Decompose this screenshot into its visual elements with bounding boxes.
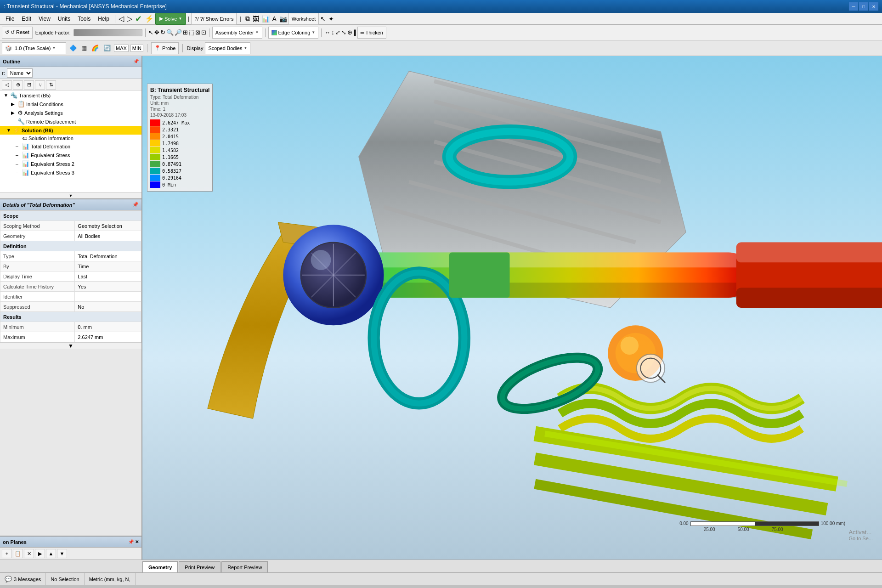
sol-info-expand[interactable]: – bbox=[16, 136, 22, 141]
parallel-icon[interactable]: ‖ bbox=[353, 29, 356, 36]
solution-expand[interactable]: ▼ bbox=[6, 128, 13, 133]
text-icon[interactable]: A bbox=[272, 15, 277, 23]
menu-edit[interactable]: Edit bbox=[18, 15, 35, 23]
measure-icon2[interactable]: ↕ bbox=[331, 29, 334, 36]
minimize-button[interactable]: ─ bbox=[849, 2, 858, 11]
type-val[interactable]: Total Deformation bbox=[75, 251, 141, 261]
measure-icon1[interactable]: ↔ bbox=[324, 29, 330, 36]
menu-file[interactable]: File bbox=[2, 15, 18, 23]
tree-item-analysis[interactable]: ▶ ⚙ Analysis Settings bbox=[0, 108, 141, 117]
scoped-bodies-dropdown[interactable]: Scoped Bodies ▼ bbox=[205, 42, 250, 54]
camera-icon[interactable]: 📷 bbox=[279, 15, 287, 23]
chart-icon[interactable]: 📊 bbox=[262, 15, 270, 23]
tree-collapse-btn[interactable]: ⊟ bbox=[24, 80, 34, 90]
root-expand[interactable]: ▼ bbox=[4, 93, 10, 98]
reset-label: ↺ Reset bbox=[11, 29, 29, 35]
edge-coloring-dropdown[interactable]: Edge Coloring ▼ bbox=[268, 27, 319, 39]
analysis-expand[interactable]: ▶ bbox=[11, 110, 17, 115]
prop-scroll-down[interactable]: ▼ bbox=[0, 342, 141, 349]
suppressed-val[interactable]: No bbox=[75, 302, 141, 312]
measure-icon4[interactable]: ⤡ bbox=[341, 29, 346, 36]
display-mode-icon4[interactable]: 🔄 bbox=[103, 45, 111, 51]
section-down-btn[interactable]: ▼ bbox=[57, 549, 67, 558]
display-time-val[interactable]: Last bbox=[75, 271, 141, 282]
filter-select[interactable]: Name bbox=[7, 68, 33, 78]
pan-icon[interactable]: ✥ bbox=[154, 29, 159, 36]
section-up-btn[interactable]: ▲ bbox=[46, 549, 56, 558]
tree-item-solution[interactable]: ▼ ⚡ Solution (B6) bbox=[0, 126, 141, 135]
tree-item-remote[interactable]: – 🔧 Remote Displacement bbox=[0, 117, 141, 126]
tree-item-eq-stress3[interactable]: – 📊 Equivalent Stress 3 bbox=[0, 168, 141, 177]
menu-units[interactable]: Units bbox=[54, 15, 74, 23]
legend-color-6 bbox=[150, 161, 160, 167]
eq-stress3-expand[interactable]: – bbox=[16, 170, 22, 175]
tree-item-initial[interactable]: ▶ 📋 Initial Conditions bbox=[0, 100, 141, 108]
view-icon1[interactable]: ⊠ bbox=[195, 29, 200, 36]
nav-back-icon[interactable]: ◁ bbox=[119, 14, 124, 23]
menu-view[interactable]: View bbox=[35, 15, 54, 23]
show-errors-button[interactable]: ?/ ?/ Show Errors bbox=[191, 13, 237, 25]
tab-report-preview[interactable]: Report Preview bbox=[221, 561, 268, 572]
by-val[interactable]: Time bbox=[75, 261, 141, 271]
viewport[interactable]: B: Transient Structural Type: Total Defo… bbox=[142, 56, 882, 560]
identifier-val[interactable] bbox=[75, 292, 141, 302]
zoom-out-icon[interactable]: 🔎 bbox=[175, 29, 182, 36]
initial-expand[interactable]: ▶ bbox=[11, 102, 17, 107]
probe-label: Probe bbox=[162, 45, 175, 51]
calc-time-val[interactable]: Yes bbox=[75, 282, 141, 292]
tree-scroll-down[interactable]: ▼ bbox=[0, 192, 141, 198]
zoom-in-icon[interactable]: 🔍 bbox=[166, 29, 174, 36]
remote-expand[interactable]: – bbox=[11, 119, 17, 124]
rotate-icon[interactable]: ↻ bbox=[160, 29, 165, 36]
tree-item-total-def[interactable]: – 📊 Total Deformation bbox=[0, 142, 141, 151]
tree-root[interactable]: ▼ 🔩 Transient (B5) bbox=[0, 91, 141, 100]
display-mode-icon3[interactable]: 🌈 bbox=[91, 45, 99, 51]
eq-stress2-expand[interactable]: – bbox=[16, 161, 22, 166]
explode-slider[interactable] bbox=[74, 29, 142, 36]
tree-item-sol-info[interactable]: – 🏷 Solution Information bbox=[0, 135, 141, 142]
worksheet-button[interactable]: Worksheet bbox=[288, 13, 319, 25]
fit-icon[interactable]: ⊞ bbox=[183, 29, 188, 36]
eq-stress1-expand[interactable]: – bbox=[16, 153, 22, 158]
section-paste-btn[interactable]: 📋 bbox=[13, 549, 23, 558]
probe-button[interactable]: 📍 Probe bbox=[151, 42, 179, 54]
scoping-method-val[interactable]: Geometry Selection bbox=[75, 221, 141, 231]
section-pin-icon[interactable]: 📌 bbox=[128, 539, 134, 544]
display-mode-icon1[interactable]: 🔷 bbox=[69, 45, 77, 51]
tab-print-preview[interactable]: Print Preview bbox=[179, 561, 220, 572]
tab-geometry[interactable]: Geometry bbox=[142, 561, 178, 572]
maximize-button[interactable]: □ bbox=[859, 2, 868, 11]
tree-prev-btn[interactable]: ◁ bbox=[2, 80, 12, 90]
section-close-icon[interactable]: ✕ bbox=[135, 539, 139, 544]
tree-item-eq-stress1[interactable]: – 📊 Equivalent Stress bbox=[0, 151, 141, 159]
close-button[interactable]: ✕ bbox=[869, 2, 878, 11]
zoom-box-icon[interactable]: ⬚ bbox=[189, 29, 194, 36]
display-mode-icon2[interactable]: ▦ bbox=[81, 45, 87, 51]
image-icon[interactable]: 🖼 bbox=[253, 15, 259, 23]
tree-expand-btn[interactable]: ⊕ bbox=[13, 80, 23, 90]
copy-icon[interactable]: ⧉ bbox=[245, 15, 250, 23]
tree-sort-btn[interactable]: ⇅ bbox=[46, 80, 56, 90]
menu-tools[interactable]: Tools bbox=[74, 15, 94, 23]
details-pin-icon[interactable]: 📌 bbox=[132, 202, 139, 208]
section-play-btn[interactable]: ▶ bbox=[35, 549, 45, 558]
section-delete-btn[interactable]: ✕ bbox=[24, 549, 34, 558]
pin-icon[interactable]: 📌 bbox=[133, 59, 139, 64]
thicken-button[interactable]: ═ Thicken bbox=[357, 27, 386, 39]
tree-filter-btn[interactable]: ⑂ bbox=[35, 80, 45, 90]
target-icon[interactable]: ⊕ bbox=[347, 29, 352, 36]
edge-coloring-label: Edge Coloring bbox=[278, 30, 311, 35]
nav-forward-icon[interactable]: ▷ bbox=[127, 14, 132, 23]
section-add-btn[interactable]: + bbox=[2, 549, 12, 558]
result-scale-dropdown[interactable]: 🎲 1.0 (True Scale) ▼ bbox=[2, 42, 66, 54]
reset-button[interactable]: ↺ ↺ Reset bbox=[2, 27, 33, 39]
total-def-expand[interactable]: – bbox=[16, 144, 22, 149]
assembly-center-dropdown[interactable]: Assembly Center ▼ bbox=[212, 27, 262, 39]
menu-help[interactable]: Help bbox=[94, 15, 113, 23]
select-cursor-icon[interactable]: ↖ bbox=[148, 29, 153, 36]
tree-item-eq-stress2[interactable]: – 📊 Equivalent Stress 2 bbox=[0, 159, 141, 168]
geometry-val[interactable]: All Bodies bbox=[75, 231, 141, 241]
view-icon2[interactable]: ⊡ bbox=[201, 29, 206, 36]
measure-icon3[interactable]: ⤢ bbox=[335, 29, 340, 36]
solve-button[interactable]: ▶ Solve ▼ bbox=[155, 13, 186, 25]
